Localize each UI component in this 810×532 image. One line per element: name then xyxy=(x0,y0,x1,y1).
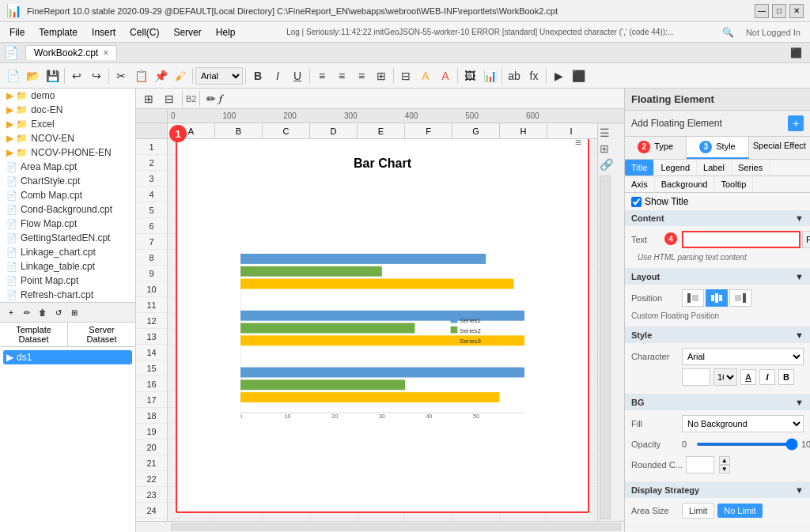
properties-icon[interactable]: ☰ xyxy=(600,126,612,139)
sub-tab-background[interactable]: Background xyxy=(655,176,715,192)
sidebar-item-chartstyle[interactable]: 📄 ChartStyle.cpt xyxy=(0,174,135,188)
copy-dataset-btn[interactable]: ⊞ xyxy=(68,306,81,319)
tab-type[interactable]: 2 Type xyxy=(625,137,687,159)
text-btn[interactable]: ab xyxy=(505,66,524,85)
sidebar-item-linkage-table[interactable]: 📄 Linkage_table.cpt xyxy=(0,259,135,274)
minimize-button[interactable]: — xyxy=(755,4,769,18)
font-select[interactable]: Arial xyxy=(195,67,243,85)
fix-button[interactable]: Fix xyxy=(802,231,810,248)
align-left-btn[interactable]: ≡ xyxy=(312,66,331,85)
undo-btn[interactable]: ↩ xyxy=(67,66,86,85)
rounded-up-btn[interactable]: ▲ xyxy=(719,456,730,465)
work-tab-workbook[interactable]: WorkBook2.cpt × xyxy=(25,45,117,60)
font-italic-btn[interactable]: I xyxy=(759,369,775,385)
sidebar-item-doc-en[interactable]: ▶ 📁 doc-EN xyxy=(0,103,135,117)
link-icon[interactable]: 🔗 xyxy=(600,158,612,171)
border-btn[interactable]: ⊟ xyxy=(396,66,415,85)
save-btn[interactable]: 💾 xyxy=(43,66,62,85)
tab-style[interactable]: 3 Style xyxy=(687,137,748,159)
refresh-dataset-btn[interactable]: ↺ xyxy=(52,306,65,319)
menu-server[interactable]: Server xyxy=(167,25,207,40)
sub-tab-series[interactable]: Series xyxy=(732,160,770,175)
fill-select[interactable]: No Background xyxy=(682,415,804,432)
sidebar-item-area-map[interactable]: 📄 Area Map.cpt xyxy=(0,160,135,174)
redo-btn[interactable]: ↪ xyxy=(87,66,106,85)
chart-overlay[interactable]: 1 ≡ Bar Chart 0 10 xyxy=(176,131,589,513)
add-floating-btn[interactable]: + xyxy=(788,115,804,131)
sidebar-item-excel[interactable]: ▶ 📁 Excel xyxy=(0,117,135,131)
sidebar-item-getting-started[interactable]: 📄 GettingStartedEN.cpt xyxy=(0,231,135,245)
align-right-btn[interactable]: ≡ xyxy=(352,66,371,85)
sidebar-item-demo[interactable]: ▶ 📁 demo xyxy=(0,89,135,103)
sidebar-item-linkage-chart[interactable]: 📄 Linkage_chart.cpt xyxy=(0,245,135,259)
sub-tab-legend[interactable]: Legend xyxy=(654,160,697,175)
layout-section-header[interactable]: Layout ▼ xyxy=(625,269,810,285)
opacity-slider[interactable] xyxy=(696,443,798,446)
menu-cell[interactable]: Cell(C) xyxy=(123,25,165,40)
dataset-item-ds1[interactable]: ▶ ds1 xyxy=(3,350,132,364)
table-row[interactable] xyxy=(168,519,597,521)
italic-btn[interactable]: I xyxy=(268,66,287,85)
h-scrollbar[interactable] xyxy=(171,523,621,530)
search-icon[interactable]: 🔍 xyxy=(719,23,738,42)
show-title-checkbox[interactable] xyxy=(631,197,642,207)
sub-tab-label[interactable]: Label xyxy=(697,160,732,175)
sidebar-item-point-map[interactable]: 📄 Point Map.cpt xyxy=(0,274,135,288)
font-size-select[interactable]: 16 xyxy=(713,368,737,386)
menu-file[interactable]: File xyxy=(3,25,31,40)
grid-cell[interactable] xyxy=(500,519,547,521)
grid-cell[interactable] xyxy=(547,519,595,521)
insert-img-btn[interactable]: 🖼 xyxy=(460,66,479,85)
sidebar-item-flow-map[interactable]: 📄 Flow Map.cpt xyxy=(0,217,135,231)
copy-btn[interactable]: 📋 xyxy=(131,66,150,85)
pos-right-btn[interactable] xyxy=(729,289,751,307)
sub-tab-axis[interactable]: Axis xyxy=(625,176,655,192)
grid-cell[interactable] xyxy=(215,519,263,521)
formula-btn[interactable]: fx xyxy=(524,66,543,85)
preview-btn[interactable]: ▶ xyxy=(549,66,568,85)
align-center-btn[interactable]: ≡ xyxy=(332,66,351,85)
maximize-button[interactable]: □ xyxy=(772,4,786,18)
pos-center-btn[interactable] xyxy=(706,289,728,307)
formula-icon[interactable]: 𝑓 xyxy=(219,92,222,105)
sidebar-item-ncov-en[interactable]: ▶ 📁 NCOV-EN xyxy=(0,131,135,145)
sidebar-item-ncov-phone-en[interactable]: ▶ 📁 NCOV-PHONE-EN xyxy=(0,145,135,160)
sidebar-item-comb-map[interactable]: 📄 Comb Map.cpt xyxy=(0,188,135,202)
work-tab-close[interactable]: × xyxy=(103,47,108,58)
font-size-input[interactable]: 16 xyxy=(682,368,710,386)
grid-toggle-btn[interactable]: ⊟ xyxy=(160,89,179,108)
export-btn[interactable]: ⬛ xyxy=(569,66,588,85)
format-paint-btn[interactable]: 🖌 xyxy=(171,66,190,85)
open-btn[interactable]: 📂 xyxy=(23,66,42,85)
paste-btn[interactable]: 📌 xyxy=(151,66,170,85)
grid-cell[interactable] xyxy=(310,519,358,521)
edit-dataset-btn[interactable]: ✏ xyxy=(21,306,33,319)
bold-btn[interactable]: B xyxy=(248,66,267,85)
font-color-btn[interactable]: A xyxy=(436,66,455,85)
new-btn[interactable]: 📄 xyxy=(3,66,22,85)
bg-color-btn[interactable]: A xyxy=(416,66,435,85)
sub-tab-title[interactable]: Title xyxy=(625,160,654,175)
menu-help[interactable]: Help xyxy=(210,25,242,40)
grid-cell[interactable] xyxy=(452,519,500,521)
style-section-header[interactable]: Style ▼ xyxy=(625,327,810,343)
grid-cell[interactable] xyxy=(358,519,405,521)
view-toggle-btn[interactable]: ⊞ xyxy=(139,89,158,108)
menu-insert[interactable]: Insert xyxy=(85,25,122,40)
add-template-dataset-btn[interactable]: + xyxy=(5,306,17,319)
template-dataset-tab[interactable]: TemplateDataset xyxy=(0,323,68,346)
rounded-input[interactable]: 0 xyxy=(686,456,714,474)
content-section-header[interactable]: Content ▼ xyxy=(625,210,810,226)
bg-section-header[interactable]: BG ▼ xyxy=(625,394,810,410)
pencil-icon[interactable]: ✏ xyxy=(206,92,216,105)
underline-btn[interactable]: U xyxy=(288,66,307,85)
sidebar-item-cond-bg[interactable]: 📄 Cond-Background.cpt xyxy=(0,202,135,217)
sub-tab-tooltip[interactable]: Tooltip xyxy=(715,176,754,192)
sidebar-item-refresh-chart[interactable]: 📄 Refresh-chart.cpt xyxy=(0,288,135,302)
grid-cell[interactable] xyxy=(263,519,310,521)
v-scrollbar[interactable] xyxy=(600,175,611,519)
delete-dataset-btn[interactable]: 🗑 xyxy=(36,306,49,319)
limit-button[interactable]: Limit xyxy=(682,503,714,519)
tab-menu-icon[interactable]: ⬛ xyxy=(785,47,807,58)
cut-btn[interactable]: ✂ xyxy=(112,66,131,85)
